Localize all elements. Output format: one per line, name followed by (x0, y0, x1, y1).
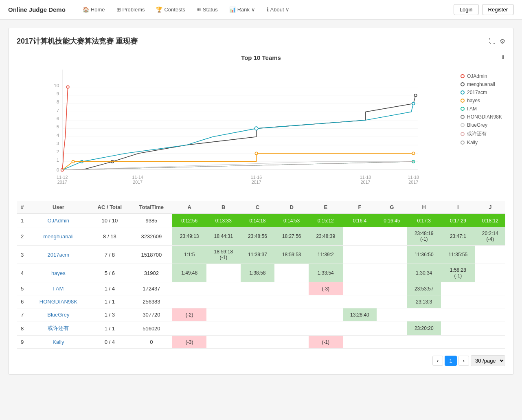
page-1-button[interactable]: 1 (445, 356, 456, 366)
user-cell[interactable]: BlueGrey (28, 308, 89, 321)
nav-item-contests[interactable]: 🏆 Contests (151, 4, 190, 15)
rank-cell: 7 (17, 308, 28, 321)
user-link[interactable]: OJAdmin (48, 218, 69, 224)
table-header-d: D (274, 201, 309, 214)
user-link[interactable]: 2017acm (48, 252, 69, 258)
register-button[interactable]: Register (482, 4, 514, 15)
user-cell[interactable]: hayes (28, 264, 89, 282)
user-cell[interactable]: 2017acm (28, 246, 89, 264)
table-header-b: B (206, 201, 241, 214)
download-icon[interactable]: ⬇ (501, 54, 505, 60)
problem-cell-f (343, 246, 377, 264)
user-cell[interactable]: Kally (28, 336, 89, 349)
table-row: 7BlueGrey1 / 3307720(-2)13:28:40 (17, 308, 505, 321)
problem-cell-i (441, 336, 475, 349)
problem-cell-e: 1:33:54 (309, 264, 343, 282)
problem-cell-i (441, 295, 475, 308)
login-button[interactable]: Login (454, 4, 479, 15)
user-cell[interactable]: I AM (28, 282, 89, 295)
user-link[interactable]: HONGDIAN98K (39, 299, 77, 305)
table-header-c: C (241, 201, 275, 214)
status-icon: ≋ (197, 7, 201, 13)
svg-point-40 (412, 102, 415, 105)
table-row: 6HONGDIAN98K1 / 125638323:13:3 (17, 295, 505, 308)
user-cell[interactable]: 或许还有 (28, 321, 89, 336)
problem-cell-a: (-3) (172, 336, 206, 349)
svg-text:7: 7 (57, 108, 59, 113)
rank-cell: 8 (17, 321, 28, 336)
legend-item: hayes (461, 98, 505, 103)
problem-cell-b (206, 308, 241, 321)
problem-cell-i (441, 321, 475, 336)
table-header-user: User (28, 201, 89, 214)
problem-cell-i: 1:58:28(-1) (441, 264, 475, 282)
rank-cell: 9 (17, 336, 28, 349)
problem-cell-e: 23:48:39 (309, 227, 343, 246)
rank-cell: 5 (17, 282, 28, 295)
table-header-h: H (407, 201, 441, 214)
nav-item-about[interactable]: ℹ About ∨ (262, 4, 295, 15)
page-size-select[interactable]: 30 /page 50 /page (471, 355, 505, 366)
nav-item-rank[interactable]: 📊 Rank ∨ (224, 4, 260, 15)
table-row: 1OJAdmin10 / 1093850:12:560:13:330:14:18… (17, 214, 505, 227)
user-cell[interactable]: HONGDIAN98K (28, 295, 89, 308)
user-cell[interactable]: menghuanali (28, 227, 89, 246)
svg-point-42 (255, 152, 257, 154)
problem-cell-j (475, 282, 505, 295)
total-time-cell: 256383 (130, 295, 172, 308)
problem-cell-j (475, 308, 505, 321)
table-row: 2menghuanali8 / 13323260923:49:1318:44:3… (17, 227, 505, 246)
problem-cell-h: 23:48:19(-1) (407, 227, 441, 246)
legend-label: OJAdmin (467, 73, 487, 79)
problem-cell-j (475, 295, 505, 308)
expand-icon[interactable]: ⛶ (489, 37, 496, 45)
legend-item: Kally (461, 140, 505, 145)
problem-cell-j: 0:18:12 (475, 214, 505, 227)
problem-cell-b (206, 264, 241, 282)
rank-cell: 1 (17, 214, 28, 227)
problem-cell-a: (-2) (172, 308, 206, 321)
legend-label: 2017acm (467, 90, 487, 95)
problem-cell-e: (-1) (309, 336, 343, 349)
user-link[interactable]: hayes (51, 270, 66, 276)
next-page-button[interactable]: › (458, 356, 469, 366)
problem-cell-i (441, 282, 475, 295)
user-link[interactable]: BlueGrey (47, 312, 69, 318)
user-link[interactable]: menghuanali (43, 233, 73, 240)
problem-cell-f (343, 336, 377, 349)
svg-text:8: 8 (57, 99, 59, 104)
user-link[interactable]: Kally (53, 339, 64, 345)
table-row: 9Kally0 / 40(-3)(-1) (17, 336, 505, 349)
nav-item-problems[interactable]: ⊞ Problems (112, 4, 150, 15)
user-link[interactable]: I AM (53, 286, 64, 292)
problem-cell-c: 1:38:58 (241, 264, 275, 282)
prev-page-button[interactable]: ‹ (432, 356, 443, 366)
svg-point-35 (67, 86, 69, 88)
ac-total-cell: 5 / 6 (89, 264, 130, 282)
svg-text:11-18: 11-18 (360, 175, 371, 180)
user-link[interactable]: 或许还有 (48, 325, 69, 331)
nav-item-status[interactable]: ≋ Status (192, 4, 223, 15)
legend-label: menghuanali (467, 81, 495, 87)
problem-cell-g (377, 308, 407, 321)
svg-text:2: 2 (57, 149, 59, 154)
legend-item: BlueGrey (461, 122, 505, 128)
legend-label: 或许还有 (467, 130, 487, 137)
problem-cell-e (309, 295, 343, 308)
svg-text:2017: 2017 (361, 180, 371, 185)
svg-text:11-12: 11-12 (57, 175, 68, 180)
problem-cell-c (241, 336, 275, 349)
rank-table: #UserAC / TotalTotalTimeABCDEFGHIJ 1OJAd… (17, 201, 505, 349)
legend-label: BlueGrey (467, 122, 487, 128)
ac-total-cell: 8 / 13 (89, 227, 130, 246)
ac-total-cell: 1 / 4 (89, 282, 130, 295)
problem-cell-a (172, 295, 206, 308)
svg-point-41 (72, 161, 74, 163)
nav-item-home[interactable]: 🏠 Home (78, 4, 110, 15)
ac-total-cell: 7 / 8 (89, 246, 130, 264)
problem-cell-g (377, 321, 407, 336)
svg-text:2017: 2017 (408, 180, 418, 185)
problem-cell-b: 18:59:18(-1) (206, 246, 241, 264)
user-cell[interactable]: OJAdmin (28, 214, 89, 227)
settings-icon[interactable]: ⚙ (500, 37, 505, 45)
